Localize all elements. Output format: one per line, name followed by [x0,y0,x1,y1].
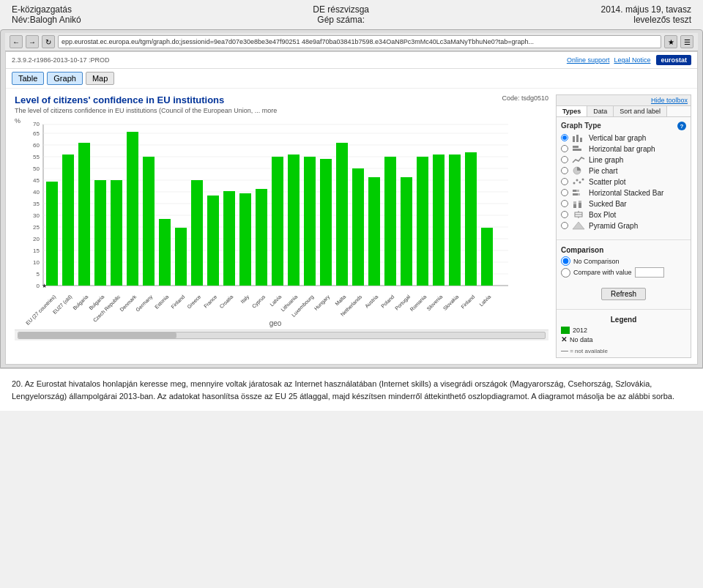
radio-compare-with[interactable] [561,268,570,278]
svg-text:France: France [203,294,217,308]
svg-text:Slovenia: Slovenia [425,294,443,311]
option-h-stacked-bar[interactable]: Horizontal Stacked Bar [561,188,686,197]
svg-text:Austria: Austria [364,294,379,308]
browser-nav: ← → ↻ epp.eurostat.ec.europa.eu/tgm/grap… [5,33,698,51]
radio-line-graph[interactable] [561,156,568,163]
svg-rect-79 [449,155,461,286]
compare-with-label: Compare with value [573,269,632,276]
radio-h-stacked-bar[interactable] [561,189,568,196]
refresh-button[interactable]: Refresh [601,288,646,300]
tab-data[interactable]: Data [587,106,614,116]
scatter-plot-icon [571,177,586,186]
svg-rect-59 [288,155,300,286]
tab-sort-label[interactable]: Sort and label [614,106,667,116]
chart-title: Level of citizens' confidence in EU inst… [15,94,277,105]
bar-chart-svg: 0 5 10 15 20 25 30 35 [18,117,516,330]
option-line-graph[interactable]: Line graph [561,155,686,164]
svg-text:Malta: Malta [334,294,346,306]
table-button[interactable]: Table [12,72,44,85]
svg-rect-55 [256,189,267,286]
svg-rect-103 [579,203,581,208]
radio-pyramid-graph[interactable] [561,222,568,229]
map-button[interactable]: Map [86,72,114,85]
option-pyramid-graph[interactable]: Pyramid Graph [561,221,686,230]
back-button[interactable]: ← [10,35,23,48]
hide-toolbox-button[interactable]: Hide toolbox [651,97,688,104]
forward-button[interactable]: → [26,35,39,48]
legend-na-note: — = not available [561,346,686,354]
scroll-thumb[interactable] [18,332,176,338]
svg-rect-39 [127,132,138,286]
refresh-nav-button[interactable]: ↻ [42,35,55,48]
compare-value-input[interactable] [635,267,664,278]
online-support-link[interactable]: Online support [567,56,610,64]
option-scatter-plot[interactable]: Scatter plot [561,177,686,186]
svg-text:Bulgaria: Bulgaria [72,294,89,311]
compare-with-option[interactable]: Compare with value [561,267,686,278]
address-bar[interactable]: epp.eurostat.ec.europa.eu/tgm/graph.do;j… [58,35,661,48]
svg-rect-63 [320,159,332,286]
toolbar: Table Graph Map [6,69,697,89]
legend-x-icon: ✕ [561,335,567,343]
svg-rect-90 [573,146,579,148]
legal-notice-link[interactable]: Legal Notice [614,56,650,64]
option-vertical-bar[interactable]: Vertical bar graph [561,133,686,142]
machine-number: Gép száma: [313,15,369,25]
svg-rect-69 [368,177,380,286]
svg-rect-37 [111,180,122,286]
no-comparison-option[interactable]: No Comparison [561,256,686,266]
label-box-plot: Box Plot [589,211,616,219]
vertical-bar-icon [571,133,586,142]
star-button[interactable]: ★ [664,35,677,48]
graph-button[interactable]: Graph [47,72,83,85]
scroll-track[interactable] [18,332,546,339]
radio-vertical-bar[interactable] [561,134,568,141]
option-box-plot[interactable]: Box Plot [561,210,686,219]
graph-type-section: Graph Type ? Vertical bar graph [557,117,691,237]
pyramid-graph-icon [571,221,586,230]
comparison-section: Comparison No Comparison Compare with va… [557,243,691,282]
label-line-graph: Line graph [589,156,623,164]
svg-text:Hungary: Hungary [313,294,332,312]
svg-rect-87 [573,136,575,142]
radio-no-comparison[interactable] [561,256,570,266]
svg-rect-61 [304,157,316,286]
legend-title: Legend [561,316,686,324]
svg-text:Germany: Germany [135,294,154,313]
legend-item-2012: 2012 [561,327,686,334]
svg-text:Estonia: Estonia [154,294,170,310]
label-horizontal-bar: Horizontal bar graph [589,145,655,153]
radio-box-plot[interactable] [561,211,568,218]
radio-pie-chart[interactable] [561,167,568,174]
horizontal-scrollbar[interactable] [15,330,548,340]
help-icon[interactable]: ? [677,122,686,130]
legend-section: Legend 2012 ✕ No data — = not available [557,313,691,357]
radio-scatter-plot[interactable] [561,178,568,185]
svg-rect-99 [573,193,578,196]
header-name: Név:Balogh Anikó [12,15,81,25]
version-info: 2.3.9.2-r1986-2013-10-17 :PROD [12,56,110,64]
svg-rect-33 [78,143,90,286]
svg-rect-45 [175,228,187,286]
tab-types[interactable]: Types [557,106,587,116]
option-v-stacked-bar[interactable]: Sucked Bar [561,199,686,208]
svg-text:40: 40 [33,189,40,196]
svg-rect-51 [223,191,235,286]
svg-text:0: 0 [37,283,40,289]
eurostat-header: 2.3.9.2-r1986-2013-10-17 :PROD Online su… [6,52,697,69]
svg-rect-53 [239,193,251,286]
svg-rect-101 [573,204,576,208]
radio-v-stacked-bar[interactable] [561,200,568,207]
svg-text:50: 50 [33,165,40,172]
menu-button[interactable]: ☰ [680,35,693,48]
svg-text:Slovakia: Slovakia [442,294,460,311]
radio-horizontal-bar[interactable] [561,145,568,152]
option-horizontal-bar[interactable]: Horizontal bar graph [561,144,686,153]
option-pie-chart[interactable]: Pie chart [561,166,686,175]
label-pie-chart: Pie chart [589,167,617,175]
svg-text:Greece: Greece [186,294,201,309]
legend-color-2012 [561,327,570,334]
legend-label-2012: 2012 [573,327,587,334]
svg-text:Poland: Poland [380,294,395,308]
svg-point-96 [582,179,584,181]
